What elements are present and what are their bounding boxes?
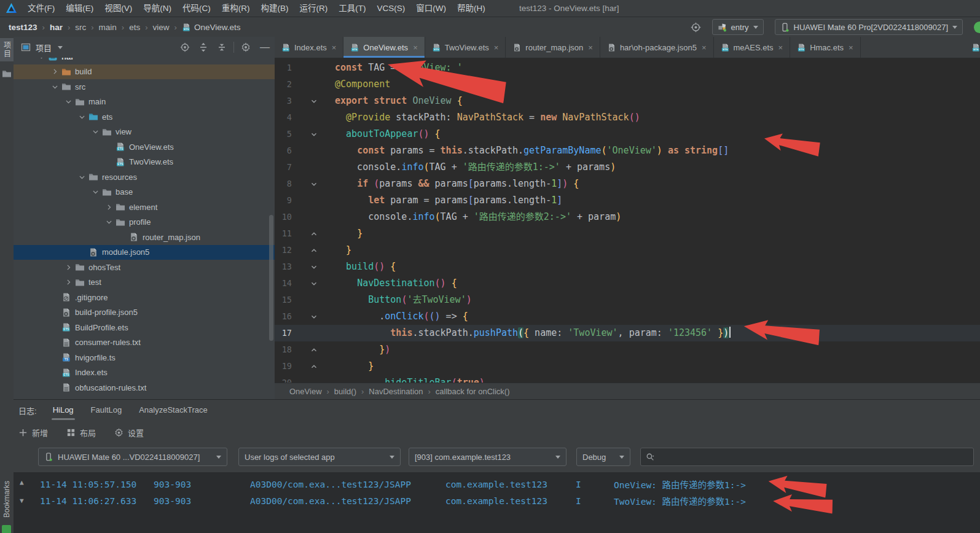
hide-panel-button[interactable]: — [260,42,270,52]
menu-item-7[interactable]: 构建(B) [256,0,294,17]
chevron-right-icon[interactable] [48,67,61,77]
fold-marker-icon[interactable] [309,176,319,192]
tree-item-har[interactable]: har [14,58,275,64]
chevron-right-icon[interactable] [61,278,75,287]
editor-tab-Hmac.ets[interactable]: ETSHmac.ets× [790,37,861,58]
expand-all-icon[interactable] [198,42,208,52]
tree-item-src[interactable]: src [14,79,275,95]
device-selector[interactable]: HUAWEI Mate 60 Pro[2VD0224118009027] [775,19,963,35]
run-button[interactable] [974,21,980,33]
fold-marker-icon[interactable] [309,308,319,325]
chevron-down-icon[interactable] [34,58,48,61]
menu-item-11[interactable]: 窗口(W) [410,0,452,17]
log-tab-HiLog[interactable]: HiLog [44,400,82,420]
tree-item-router_map.json[interactable]: router_map.json [14,230,275,245]
breadcrumb-item-src[interactable]: src [75,23,86,32]
editor-breadcrumb-1[interactable]: OneView [289,387,322,396]
tree-item-BuildProfile.ets[interactable]: ETSBuildProfile.ets [14,320,275,335]
tree-item-test[interactable]: test [14,275,275,290]
breadcrumb-item-view[interactable]: view [153,23,170,32]
close-icon[interactable]: × [702,43,707,52]
menu-item-10[interactable]: VCS(S) [372,0,411,17]
editor-tab-TwoView.ets[interactable]: ETSTwoView.ets× [425,37,506,58]
project-panel-title[interactable]: 项目 [36,42,52,53]
toolbar-button-新增[interactable]: 新增 [18,427,48,438]
tree-item-ohosTest[interactable]: ohosTest [14,260,275,275]
tree-item-resources[interactable]: resources [14,169,275,185]
editor-tab-partial[interactable]: ETS [968,37,980,58]
tree-item-build-profile.json5[interactable]: build-profile.json5 [14,305,275,321]
tree-item-.gitignore[interactable]: .gitignore [14,290,275,305]
menu-item-9[interactable]: 工具(T) [333,0,371,17]
editor-tab-Index.ets[interactable]: ETSIndex.ets× [275,37,343,58]
tree-item-view[interactable]: view [14,125,275,140]
tool-window-button-bookmarks[interactable]: Bookmarks [0,481,14,518]
collapse-all-icon[interactable] [217,42,227,52]
tree-item-obfuscation-rules.txt[interactable]: obfuscation-rules.txt [14,380,275,395]
chevron-down-icon[interactable] [48,82,61,91]
log-type-filter[interactable]: User logs of selected app [238,448,401,466]
chevron-down-icon[interactable] [88,187,102,197]
menu-item-1[interactable]: 文件(F) [22,0,60,17]
tree-item-Index.ets[interactable]: ETSIndex.ets [14,365,275,381]
log-search-input[interactable] [640,448,974,466]
fold-marker-icon[interactable] [309,259,319,275]
tree-item-build[interactable]: build [14,64,275,80]
tree-item-ets[interactable]: ets [14,109,275,125]
fold-marker-icon[interactable] [309,225,319,242]
close-icon[interactable]: × [494,43,499,52]
menu-item-5[interactable]: 代码(C) [177,0,216,17]
tree-item-TwoView.ets[interactable]: ETSTwoView.ets [14,155,275,170]
log-level-filter[interactable]: Debug [576,448,630,466]
editor-breadcrumb-4[interactable]: callback for onClick() [436,387,510,396]
menu-item-3[interactable]: 视图(V) [99,0,138,17]
log-row[interactable]: 11-14 11:06:27.633903-903A03D00/com.exa.… [14,492,980,509]
tool-window-button-project[interactable]: 项目 [0,38,14,61]
locate-file-icon[interactable] [180,42,190,52]
chevron-down-icon[interactable] [58,46,63,49]
log-row[interactable]: 11-14 11:05:57.150903-903A03D00/com.exa.… [14,476,980,492]
breadcrumb-file[interactable]: ETSOneView.ets [182,23,241,32]
chevron-down-icon[interactable] [75,112,88,122]
chevron-right-icon[interactable] [102,202,116,212]
breadcrumb-item-test123[interactable]: test123 [9,23,37,32]
tree-item-profile[interactable]: profile [14,215,275,230]
editor-tab-har\oh-package.json5[interactable]: har\oh-package.json5× [600,37,714,58]
breadcrumb-item-har[interactable]: har [50,23,63,32]
menu-item-4[interactable]: 导航(N) [138,0,177,17]
close-icon[interactable]: × [849,43,853,52]
code-editor[interactable]: 1const TAG = 'OneView: '2@Component3expo… [275,58,980,383]
close-icon[interactable]: × [332,43,337,52]
editor-tab-meAES.ets[interactable]: ETSmeAES.ets× [714,37,791,58]
tree-item-main[interactable]: main [14,95,275,110]
tree-item-element[interactable]: element [14,200,275,215]
chevron-right-icon[interactable] [61,262,75,272]
toolbar-button-布局[interactable]: 布局 [66,427,96,438]
close-icon[interactable]: × [778,43,783,52]
breadcrumb-item-main[interactable]: main [99,23,117,32]
toolbar-button-设置[interactable]: 设置 [114,427,144,438]
scrollbar[interactable] [269,215,273,341]
log-device-filter[interactable]: HUAWEI Mate 60 ...VD0224118009027] [38,448,227,466]
breadcrumb-item-ets[interactable]: ets [129,23,140,32]
tree-item-module.json5[interactable]: module.json5 [14,245,275,260]
log-tab-AnalyzeStackTrace[interactable]: AnalyzeStackTrace [130,400,216,420]
tree-item-consumer-rules.txt[interactable]: consumer-rules.txt [14,335,275,351]
fold-marker-icon[interactable] [309,341,319,358]
folder-icon[interactable] [2,69,12,79]
fold-marker-icon[interactable] [309,126,319,142]
tree-item-hvigorfile.ts[interactable]: TShvigorfile.ts [14,350,275,365]
close-icon[interactable]: × [588,43,593,52]
chevron-down-icon[interactable] [61,97,75,107]
fold-marker-icon[interactable] [309,93,319,109]
tree-item-OneView.ets[interactable]: ETSOneView.ets [14,139,275,155]
chevron-down-icon[interactable] [75,172,88,182]
target-icon[interactable] [691,22,701,33]
fold-marker-icon[interactable] [309,358,319,375]
editor-breadcrumb-3[interactable]: NavDestination [369,387,423,396]
menu-item-2[interactable]: 编辑(E) [60,0,99,17]
editor-tab-OneView.ets[interactable]: ETSOneView.ets× [343,37,425,58]
menu-item-12[interactable]: 帮助(H) [452,0,491,17]
log-tab-FaultLog[interactable]: FaultLog [82,400,131,420]
tree-item-base[interactable]: base [14,185,275,200]
